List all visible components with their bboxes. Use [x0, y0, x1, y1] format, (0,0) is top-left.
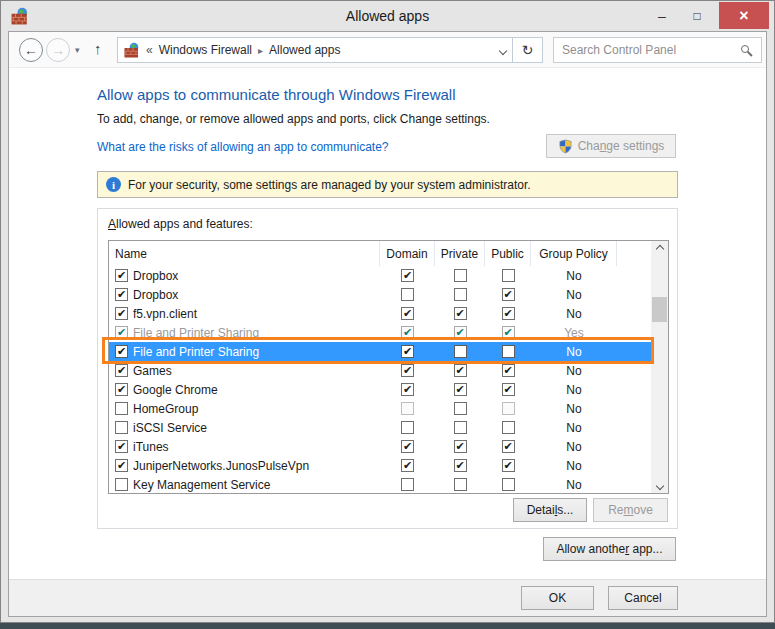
- forward-button[interactable]: →: [46, 38, 70, 62]
- table-row[interactable]: ✔File and Printer Sharing✔✔✔Yes: [109, 323, 651, 342]
- public-checkbox[interactable]: ✔: [502, 383, 515, 396]
- table-row[interactable]: Key Management ServiceNo: [109, 475, 651, 493]
- up-button[interactable]: ↑: [94, 40, 102, 57]
- app-name: Dropbox: [133, 269, 178, 283]
- breadcrumb[interactable]: « Windows Firewall ▸ Allowed apps: [117, 37, 513, 63]
- app-enabled-checkbox[interactable]: ✔: [115, 345, 128, 358]
- scroll-up-button[interactable]: [651, 241, 668, 256]
- table-row[interactable]: HomeGroupNo: [109, 399, 651, 418]
- app-enabled-checkbox[interactable]: ✔: [115, 269, 128, 282]
- table-row[interactable]: ✔JuniperNetworks.JunosPulseVpn✔✔✔No: [109, 456, 651, 475]
- domain-checkbox[interactable]: ✔: [401, 440, 414, 453]
- app-enabled-checkbox[interactable]: ✔: [115, 307, 128, 320]
- app-name: Key Management Service: [133, 478, 270, 492]
- change-settings-button[interactable]: Change settings: [546, 134, 676, 158]
- private-checkbox[interactable]: [454, 345, 467, 358]
- refresh-button[interactable]: ↻: [512, 37, 543, 63]
- app-enabled-checkbox[interactable]: ✔: [115, 440, 128, 453]
- cancel-button[interactable]: Cancel: [608, 586, 678, 610]
- domain-checkbox[interactable]: ✔: [401, 269, 414, 282]
- app-enabled-checkbox[interactable]: [115, 421, 128, 434]
- scrollbar-thumb[interactable]: [652, 297, 667, 322]
- app-enabled-checkbox[interactable]: [115, 478, 128, 491]
- group-policy-value: No: [531, 361, 617, 380]
- public-checkbox[interactable]: ✔: [502, 307, 515, 320]
- close-button[interactable]: ×: [719, 2, 769, 29]
- ok-button[interactable]: OK: [521, 586, 594, 610]
- public-checkbox[interactable]: ✔: [502, 288, 515, 301]
- table-row[interactable]: ✔Dropbox✔No: [109, 266, 651, 285]
- table-row[interactable]: ✔File and Printer Sharing✔No: [109, 342, 651, 361]
- breadcrumb-item-allowed-apps[interactable]: Allowed apps: [269, 43, 340, 57]
- private-checkbox[interactable]: [454, 402, 467, 415]
- domain-checkbox[interactable]: [401, 288, 414, 301]
- app-name: iSCSI Service: [133, 421, 207, 435]
- page-title: Allow apps to communicate through Window…: [97, 86, 455, 103]
- domain-checkbox[interactable]: ✔: [401, 345, 414, 358]
- public-checkbox[interactable]: ✔: [502, 459, 515, 472]
- search-input[interactable]: [554, 38, 761, 62]
- remove-button[interactable]: Remove: [593, 498, 668, 522]
- table-row[interactable]: ✔iTunes✔✔✔No: [109, 437, 651, 456]
- recent-pages-dropdown-icon[interactable]: ▾: [75, 45, 80, 55]
- public-checkbox[interactable]: [502, 269, 515, 282]
- maximize-button[interactable]: □: [682, 2, 712, 29]
- domain-checkbox[interactable]: ✔: [401, 459, 414, 472]
- risks-help-link[interactable]: What are the risks of allowing an app to…: [97, 140, 388, 154]
- column-header-group-policy[interactable]: Group Policy: [531, 241, 617, 266]
- private-checkbox[interactable]: [454, 478, 467, 491]
- domain-checkbox[interactable]: [401, 421, 414, 434]
- private-checkbox[interactable]: [454, 288, 467, 301]
- app-enabled-checkbox[interactable]: ✔: [115, 288, 128, 301]
- private-checkbox[interactable]: ✔: [454, 459, 467, 472]
- table-row[interactable]: iSCSI ServiceNo: [109, 418, 651, 437]
- public-checkbox[interactable]: ✔: [502, 440, 515, 453]
- public-checkbox[interactable]: ✔: [502, 364, 515, 377]
- app-name: iTunes: [133, 440, 169, 454]
- breadcrumb-separator-icon: ▸: [258, 45, 263, 56]
- app-enabled-checkbox[interactable]: ✔: [115, 459, 128, 472]
- private-checkbox[interactable]: [454, 421, 467, 434]
- column-header-public[interactable]: Public: [485, 241, 531, 266]
- desktop: Allowed apps – □ × ← → ▾ ↑: [0, 0, 775, 629]
- breadcrumb-item-windows-firewall[interactable]: Windows Firewall: [159, 43, 252, 57]
- app-enabled-checkbox[interactable]: ✔: [115, 383, 128, 396]
- private-checkbox[interactable]: ✔: [454, 307, 467, 320]
- domain-checkbox[interactable]: ✔: [401, 383, 414, 396]
- column-header-private[interactable]: Private: [435, 241, 485, 266]
- search-box: [553, 37, 762, 63]
- public-checkbox[interactable]: [502, 478, 515, 491]
- private-checkbox[interactable]: ✔: [454, 383, 467, 396]
- domain-checkbox[interactable]: ✔: [401, 307, 414, 320]
- scrollbar-track[interactable]: [651, 241, 668, 493]
- table-row[interactable]: ✔Games✔✔✔No: [109, 361, 651, 380]
- app-name: f5.vpn.client: [133, 307, 197, 321]
- group-policy-value: No: [531, 266, 617, 285]
- column-header-domain[interactable]: Domain: [380, 241, 435, 266]
- breadcrumb-overflow-icon[interactable]: «: [146, 43, 153, 57]
- table-row[interactable]: ✔Dropbox✔No: [109, 285, 651, 304]
- list-label: Allowed apps and features:: [108, 217, 253, 231]
- private-checkbox[interactable]: [454, 269, 467, 282]
- app-name: Games: [133, 364, 172, 378]
- public-checkbox[interactable]: [502, 345, 515, 358]
- public-checkbox[interactable]: [502, 421, 515, 434]
- app-enabled-checkbox[interactable]: [115, 402, 128, 415]
- domain-checkbox[interactable]: ✔: [401, 364, 414, 377]
- private-checkbox[interactable]: ✔: [454, 440, 467, 453]
- address-dropdown-icon[interactable]: [499, 47, 507, 55]
- column-header-name[interactable]: Name: [109, 241, 380, 266]
- minimize-button[interactable]: –: [647, 2, 677, 29]
- domain-checkbox[interactable]: [401, 478, 414, 491]
- table-row[interactable]: ✔f5.vpn.client✔✔✔No: [109, 304, 651, 323]
- table-row[interactable]: ✔Google Chrome✔✔✔No: [109, 380, 651, 399]
- details-button[interactable]: Details...: [513, 498, 587, 522]
- allow-another-app-button[interactable]: Allow another app...: [543, 537, 676, 561]
- app-enabled-checkbox[interactable]: ✔: [115, 364, 128, 377]
- app-name: File and Printer Sharing: [133, 326, 259, 340]
- app-list-rows: ✔Dropbox✔No✔Dropbox✔No✔f5.vpn.client✔✔✔N…: [109, 266, 651, 493]
- scroll-down-button[interactable]: [651, 478, 668, 493]
- back-button[interactable]: ←: [19, 38, 43, 62]
- private-checkbox[interactable]: ✔: [454, 364, 467, 377]
- app-name: HomeGroup: [133, 402, 198, 416]
